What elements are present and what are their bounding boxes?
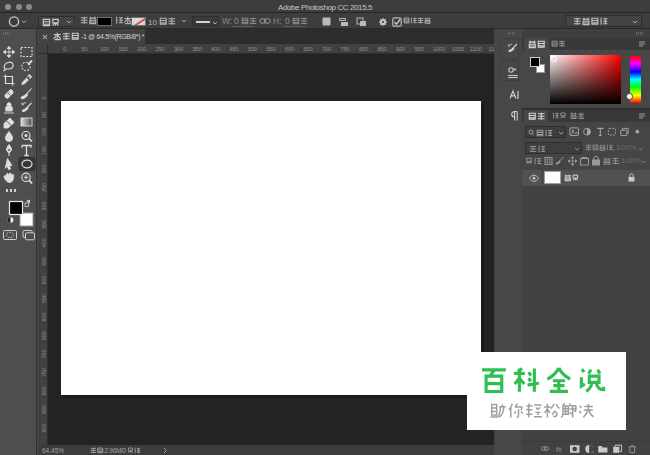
svg-text:800: 800 (359, 46, 368, 52)
svg-text:350: 350 (41, 220, 47, 229)
svg-text:200: 200 (137, 46, 146, 52)
svg-text:700: 700 (41, 349, 47, 358)
svg-text:550: 550 (267, 46, 276, 52)
svg-text:0: 0 (63, 46, 66, 52)
svg-text:500: 500 (248, 46, 257, 52)
svg-text:450: 450 (41, 257, 47, 266)
svg-text:750: 750 (41, 368, 47, 377)
svg-text:600: 600 (285, 46, 294, 52)
svg-text:800: 800 (41, 386, 47, 395)
svg-text:1050: 1050 (452, 46, 464, 52)
svg-text:250: 250 (156, 46, 165, 52)
svg-text:fx: fx (556, 446, 562, 453)
svg-text:600: 600 (41, 312, 47, 321)
svg-text:350: 350 (193, 46, 202, 52)
svg-text:100: 100 (100, 46, 109, 52)
svg-text:0: 0 (41, 96, 47, 99)
svg-text:950: 950 (415, 46, 424, 52)
svg-text:500: 500 (41, 275, 47, 284)
svg-text:900: 900 (41, 423, 47, 432)
svg-text:50: 50 (41, 112, 47, 118)
svg-text:400: 400 (41, 238, 47, 247)
svg-text:200: 200 (41, 164, 47, 173)
svg-text:100: 100 (41, 127, 47, 136)
svg-text:550: 550 (41, 294, 47, 303)
svg-text:1100: 1100 (470, 46, 482, 52)
svg-text:150: 150 (41, 146, 47, 155)
svg-text:50: 50 (82, 46, 88, 52)
svg-text:750: 750 (341, 46, 350, 52)
svg-text:650: 650 (41, 331, 47, 340)
svg-text:900: 900 (396, 46, 405, 52)
svg-text:450: 450 (230, 46, 239, 52)
svg-text:700: 700 (322, 46, 331, 52)
svg-text:250: 250 (41, 183, 47, 192)
svg-text:850: 850 (378, 46, 387, 52)
svg-text:650: 650 (304, 46, 313, 52)
svg-text:150: 150 (119, 46, 128, 52)
svg-text:300: 300 (41, 201, 47, 210)
svg-text:1000: 1000 (433, 46, 445, 52)
svg-text:400: 400 (211, 46, 220, 52)
svg-text:850: 850 (41, 405, 47, 414)
svg-text:300: 300 (174, 46, 183, 52)
